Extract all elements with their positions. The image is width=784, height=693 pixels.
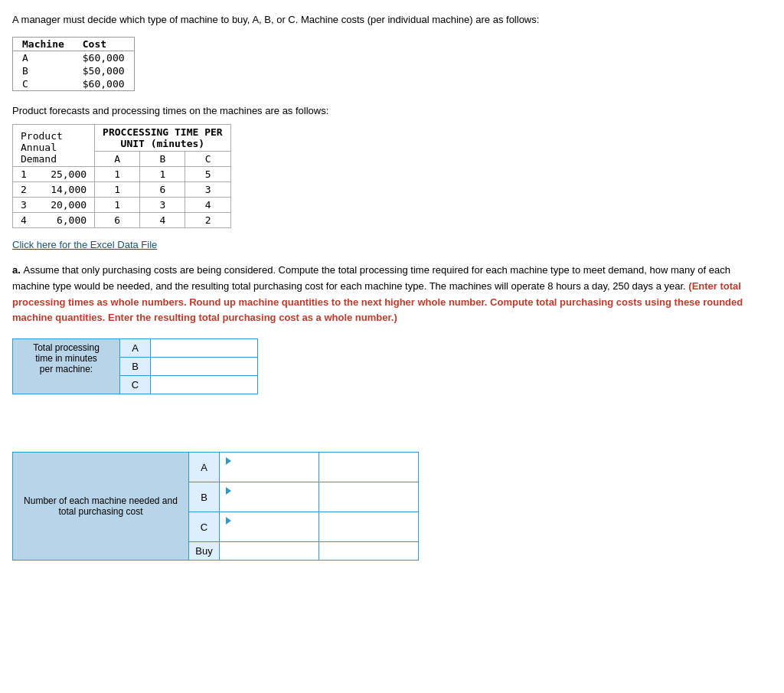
table2-input-b2[interactable] <box>325 492 412 503</box>
table2-input-c1[interactable] <box>226 527 312 538</box>
table2-header: Number of each machine needed andtotal p… <box>13 453 189 561</box>
table1-row-c-cell[interactable] <box>151 376 258 394</box>
table2-row-c-cell1[interactable] <box>220 512 319 542</box>
processing-header: PROCCESSING TIME PER <box>103 126 223 138</box>
machine-b-label: B <box>13 64 74 77</box>
table1-input-b[interactable] <box>157 361 251 372</box>
table2-input-a1[interactable] <box>226 467 312 479</box>
triangle-icon-b <box>226 487 231 495</box>
triangle-icon-a <box>226 457 231 465</box>
table2-input-b1[interactable] <box>226 497 312 508</box>
machine-b-cost: $50,000 <box>74 64 134 77</box>
p2-a: 1 <box>95 182 140 198</box>
table2-row-buy-cell1[interactable] <box>220 542 319 561</box>
machine-cost-table: Machine Cost A $60,000 B $50,000 C $60,0… <box>12 37 135 91</box>
intro-text: A manager must decide which type of mach… <box>12 12 772 28</box>
table1-row-b-label: B <box>120 358 151 376</box>
answer-table-2: Number of each machine needed andtotal p… <box>12 452 419 561</box>
answer-table-1: Total processingtime in minutesper machi… <box>12 338 258 394</box>
product-processing-table: Product AnnualDemand PROCCESSING TIME PE… <box>12 124 231 228</box>
table2-row-b-cell2[interactable] <box>319 482 419 512</box>
table2-row-buy-cell2[interactable] <box>319 542 419 561</box>
demand-col-header: AnnualDemand <box>21 142 87 165</box>
p2-c: 3 <box>185 182 230 198</box>
product-col-header: Product <box>21 130 87 142</box>
table2-input-a2[interactable] <box>325 462 412 473</box>
section2-label: Product forecasts and processing times o… <box>12 103 772 119</box>
machine-a-label: A <box>13 51 74 64</box>
problem-a-label: a. <box>12 264 23 276</box>
table1-row-c-label: C <box>120 376 151 394</box>
machine-c-cost: $60,000 <box>74 77 134 91</box>
p4-a: 6 <box>95 213 140 228</box>
table1-input-c[interactable] <box>157 379 251 391</box>
processing-subheader: UNIT (minutes) <box>121 138 205 149</box>
problem-a-main: Assume that only purchasing costs are be… <box>12 264 730 292</box>
cost-header: Cost <box>74 37 134 51</box>
product-3-row: 3 20,000 <box>13 198 95 213</box>
table1-row-a-label: A <box>120 339 151 358</box>
table2-input-buy1[interactable] <box>226 545 312 557</box>
p4-c: 2 <box>185 213 230 228</box>
col-b-header: B <box>140 152 185 167</box>
product-4-row: 4 6,000 <box>13 213 95 228</box>
excel-link[interactable]: Click here for the Excel Data File <box>12 239 772 250</box>
table1-header: Total processingtime in minutesper machi… <box>13 339 120 394</box>
table2-row-a-label: A <box>189 453 220 482</box>
table2-row-c-cell2[interactable] <box>319 512 419 542</box>
table2-row-c-label: C <box>189 512 220 542</box>
table2-input-buy2[interactable] <box>325 545 412 557</box>
col-c-header: C <box>185 152 230 167</box>
table2-row-a-cell1[interactable] <box>220 453 319 482</box>
table1-row-a-cell[interactable] <box>151 339 258 358</box>
table2-row-b-label: B <box>189 482 220 512</box>
table2-row-b-cell1[interactable] <box>220 482 319 512</box>
p2-b: 6 <box>140 182 185 198</box>
table2-input-c2[interactable] <box>325 521 412 533</box>
product-1-row: 1 25,000 <box>13 167 95 182</box>
table1-input-a[interactable] <box>157 342 251 354</box>
product-2-row: 2 14,000 <box>13 182 95 198</box>
p1-a: 1 <box>95 167 140 182</box>
machine-header: Machine <box>13 37 74 51</box>
p1-b: 1 <box>140 167 185 182</box>
problem-a-description: a. Assume that only purchasing costs are… <box>12 263 763 326</box>
machine-a-cost: $60,000 <box>74 51 134 64</box>
col-a-header: A <box>95 152 140 167</box>
p4-b: 4 <box>140 213 185 228</box>
table2-row-a-cell2[interactable] <box>319 453 419 482</box>
p3-b: 3 <box>140 198 185 213</box>
p3-c: 4 <box>185 198 230 213</box>
p3-a: 1 <box>95 198 140 213</box>
triangle-icon-c <box>226 517 231 525</box>
table2-row-buy-label: Buy <box>189 542 220 561</box>
p1-c: 5 <box>185 167 230 182</box>
machine-c-label: C <box>13 77 74 91</box>
table1-row-b-cell[interactable] <box>151 358 258 376</box>
